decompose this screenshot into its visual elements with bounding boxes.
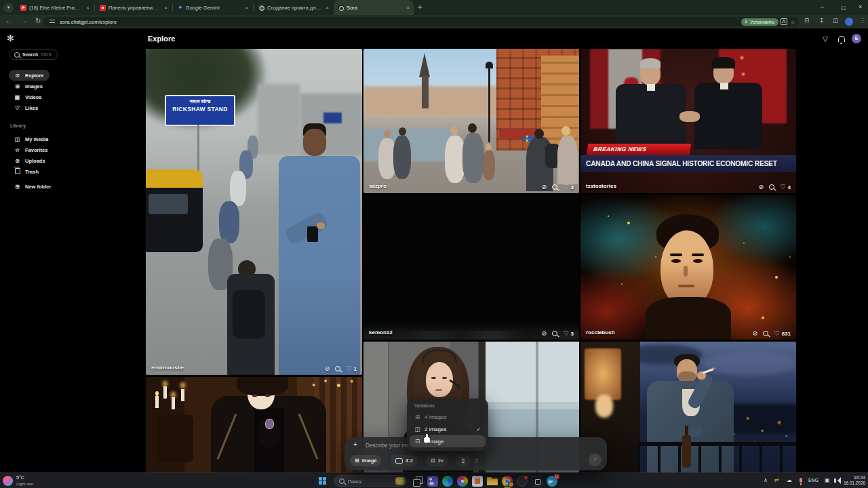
zoom-icon[interactable] (335, 366, 340, 371)
submit-button[interactable]: ↑ (589, 453, 601, 466)
like-button[interactable]: ♡ 631 (774, 329, 791, 337)
help-button[interactable]: ? (475, 458, 478, 464)
explore-card-news[interactable]: BREAKING NEWS CANADA AND CHINA SIGNAL HI… (580, 49, 796, 193)
chrome-icon[interactable] (502, 476, 513, 487)
translate-icon[interactable]: A (781, 18, 787, 25)
app-recorder-icon[interactable] (532, 476, 542, 487)
app-dark-circle-icon[interactable] (517, 476, 528, 487)
teams-icon[interactable] (427, 476, 438, 487)
bell-icon[interactable] (838, 36, 845, 42)
variation-count-select[interactable]: ⊡ 2v (426, 455, 448, 466)
tab-chatgpt[interactable]: Создание промта для картин × (254, 0, 333, 15)
onedrive-icon[interactable]: ☁ (787, 477, 792, 483)
site-info-icon[interactable] (50, 20, 55, 24)
like-button[interactable]: ♡ 3 (563, 329, 574, 337)
tab-youtube[interactable]: (18) Eine Kleine Frage 🔥 - You × (16, 0, 94, 15)
hide-icon[interactable]: ⊘ (541, 183, 547, 190)
like-button[interactable]: ♡ 3 (563, 183, 574, 190)
sidebar-item-explore[interactable]: ⊙ Explore (9, 70, 50, 81)
weather-widget[interactable]: 5°C Light rain (3, 475, 84, 487)
variations-option-4[interactable]: ⊞ 4 images (410, 411, 486, 423)
add-icon[interactable]: + (353, 441, 357, 448)
sync-icon[interactable]: ⇄ (774, 477, 779, 483)
grid1-icon: ⊡ (414, 438, 420, 445)
search-highlight-image[interactable] (395, 477, 405, 485)
start-button[interactable] (319, 477, 326, 485)
sidebar-item-images[interactable]: ⊞ Images (9, 81, 48, 92)
sidebar-item-favorites[interactable]: ☆ Favorites (9, 144, 53, 155)
search-placeholder: Поиск (348, 479, 361, 485)
tab-search-button[interactable]: ▾ (3, 3, 14, 12)
sidebar-item-trash[interactable]: Trash (9, 166, 44, 177)
tab-sora[interactable]: Sora × (334, 0, 414, 15)
like-button[interactable]: ♡ 1 (346, 365, 357, 372)
tab-title: Создание промта для картин (267, 5, 321, 11)
forward-button[interactable]: → (20, 17, 27, 24)
search-input[interactable]: Search Ctrl K (9, 49, 58, 60)
close-icon[interactable]: × (406, 5, 410, 11)
language-indicator[interactable]: ENG (808, 478, 818, 483)
tab-youtube-studio[interactable]: Панель управления каналом × (96, 0, 172, 15)
volume-icon[interactable] (834, 479, 836, 483)
ink-workspace-icon[interactable]: ▣ (825, 477, 830, 483)
close-icon[interactable]: × (326, 5, 329, 11)
hide-icon[interactable]: ⊘ (753, 329, 758, 337)
profile-icon[interactable]: ◫ (833, 17, 838, 24)
avatar[interactable]: E (852, 34, 861, 43)
sidebar-item-new-folder[interactable]: ⊞ New folder (9, 181, 56, 192)
art (450, 126, 458, 135)
explore-card-fiery[interactable]: rocclabush ⊘ ♡ 631 (580, 195, 796, 340)
explore-card-vampire[interactable] (146, 377, 362, 472)
hide-icon[interactable]: ⊘ (324, 365, 330, 372)
hide-icon[interactable]: ⊘ (541, 329, 547, 337)
download-icon[interactable]: ↧ (819, 17, 824, 24)
bookmark-star-icon[interactable]: ☆ (790, 19, 795, 26)
clock[interactable]: 16:24 16.01.2026 (844, 475, 865, 485)
new-tab-button[interactable]: + (418, 3, 422, 12)
edge-icon[interactable] (442, 476, 453, 487)
sidebar-item-my-media[interactable]: ◫ My media (9, 134, 54, 144)
telegram-icon[interactable]: 12 (547, 476, 557, 487)
close-icon[interactable]: × (164, 5, 167, 11)
taskbar-search[interactable]: Поиск (334, 475, 407, 487)
zoom-icon[interactable] (552, 331, 557, 336)
variations-option-2[interactable]: ◫ 2 images ✓ (410, 423, 486, 435)
explore-card-smoking-man[interactable] (580, 342, 796, 472)
close-icon[interactable]: × (86, 5, 90, 11)
extension-icon[interactable]: ⊡ (804, 17, 809, 24)
style-button[interactable]: ▯ (456, 455, 471, 466)
back-button[interactable]: ← (5, 17, 12, 24)
address-bar[interactable]: sora.chatgpt.com/explore ↧ Установить A … (43, 17, 799, 26)
like-button[interactable]: ♡ 4 (780, 183, 791, 190)
aspect-ratio-select[interactable]: 3:2 (391, 455, 418, 466)
file-explorer-icon[interactable] (487, 476, 498, 487)
art (693, 259, 703, 263)
task-view-icon[interactable] (412, 476, 423, 487)
reload-button[interactable]: ↻ (35, 17, 41, 24)
sidebar-item-likes[interactable]: ♡ Likes (9, 102, 43, 113)
zoom-icon[interactable] (763, 331, 768, 336)
close-icon[interactable]: × (245, 5, 248, 11)
variations-option-1[interactable]: ⊡ 1 image (410, 435, 486, 447)
tab-gemini[interactable]: ✦ Google Gemini × (174, 0, 252, 15)
office-icon[interactable] (472, 476, 483, 487)
sidebar-item-videos[interactable]: ▦ Videos (9, 92, 47, 102)
hide-icon[interactable]: ⊘ (758, 183, 764, 190)
close-window-button[interactable]: × (859, 4, 862, 10)
explore-card-stockholm[interactable]: sazpro ⊘ ♡ 3 (363, 49, 579, 193)
install-app-button[interactable]: ↧ Установить (741, 18, 778, 26)
filter-icon[interactable]: ▽ (823, 35, 828, 43)
tray-expand-icon[interactable]: ∧ (764, 477, 768, 483)
browser-avatar[interactable] (845, 18, 853, 26)
explore-card-dark[interactable]: kemon12 ⊘ ♡ 3 (363, 195, 579, 340)
menu-icon[interactable]: ⋮ (860, 17, 866, 24)
minimize-button[interactable]: – (821, 4, 824, 10)
type-select[interactable]: ⊞ Image (350, 455, 381, 466)
maximize-button[interactable]: ▢ (841, 5, 846, 11)
microphone-icon[interactable] (800, 478, 802, 483)
explore-card-rickshaw[interactable]: नवभव स्टेन्ड RICKSHAW STAND enormousbe ⊘… (146, 49, 362, 375)
zoom-icon[interactable] (552, 184, 557, 190)
sidebar-item-uploads[interactable]: ⊕ Uploads (9, 155, 51, 166)
zoom-icon[interactable] (769, 184, 774, 190)
photos-icon[interactable] (457, 476, 468, 487)
